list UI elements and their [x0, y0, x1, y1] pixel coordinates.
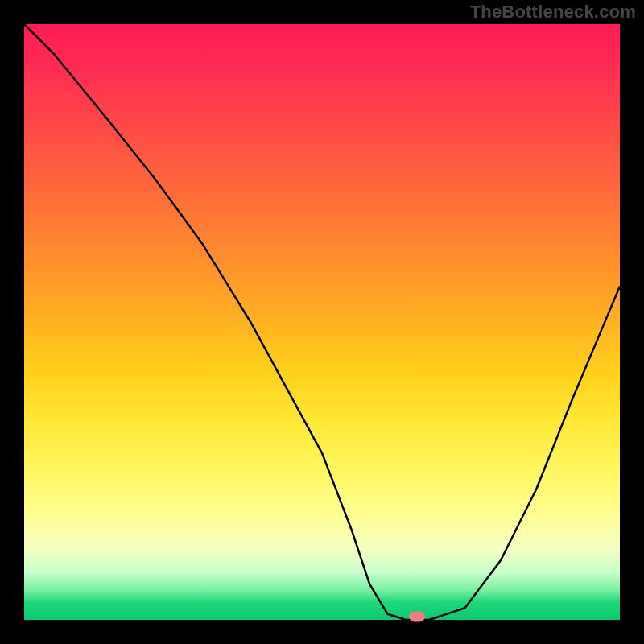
- chart-container: TheBottleneck.com: [0, 0, 644, 644]
- bottleneck-curve: [24, 24, 620, 620]
- attribution-text: TheBottleneck.com: [470, 2, 636, 23]
- plot-area: [24, 24, 620, 620]
- optimal-marker: [409, 612, 425, 622]
- curve-svg: [24, 24, 620, 620]
